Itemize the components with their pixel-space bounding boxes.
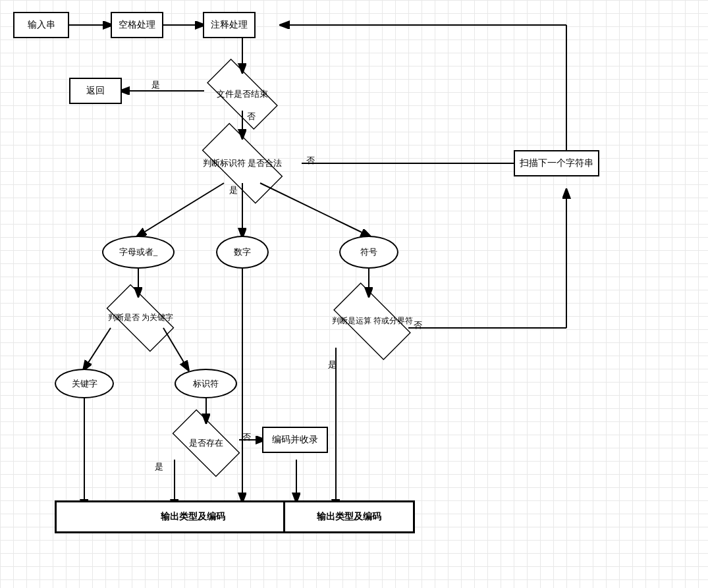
output2-node: 输出类型及编码 bbox=[283, 500, 415, 533]
letter-node: 字母或者_ bbox=[102, 236, 175, 269]
yes-label-file-end: 是 bbox=[151, 79, 160, 91]
yes-label-check-id: 是 bbox=[229, 184, 238, 196]
yes-label-check-op: 是 bbox=[328, 359, 337, 371]
svg-line-7 bbox=[138, 183, 224, 236]
no-label-check-op: 否 bbox=[414, 319, 422, 331]
no-label-file-end: 否 bbox=[247, 111, 256, 122]
return-node: 返回 bbox=[69, 78, 122, 104]
comment-node: 注释处理 bbox=[203, 12, 256, 38]
exists-node: 是否存在 bbox=[163, 420, 249, 466]
yes-label-exists: 是 bbox=[155, 461, 163, 473]
space-node: 空格处理 bbox=[111, 12, 163, 38]
no-label-check-id: 否 bbox=[306, 155, 315, 167]
check-id-node: 判断标识符 是否合法 bbox=[190, 137, 295, 190]
encode-node: 编码并收录 bbox=[262, 427, 328, 453]
keyword-node: 关键字 bbox=[55, 369, 114, 398]
file-end-node: 文件是否结束 bbox=[196, 71, 288, 117]
no-label-exists: 否 bbox=[242, 431, 251, 443]
check-op-node: 判断是运算 符或分界符 bbox=[323, 295, 422, 348]
scan-next-node: 扫描下一个字符串 bbox=[514, 150, 599, 176]
input-node: 输入串 bbox=[13, 12, 69, 38]
symbol-node: 符号 bbox=[339, 236, 398, 269]
identifier-node: 标识符 bbox=[175, 369, 237, 398]
check-keyword-node: 判断是否 为关键字 bbox=[97, 295, 183, 341]
digit-node: 数字 bbox=[216, 236, 269, 269]
svg-line-9 bbox=[260, 183, 369, 236]
